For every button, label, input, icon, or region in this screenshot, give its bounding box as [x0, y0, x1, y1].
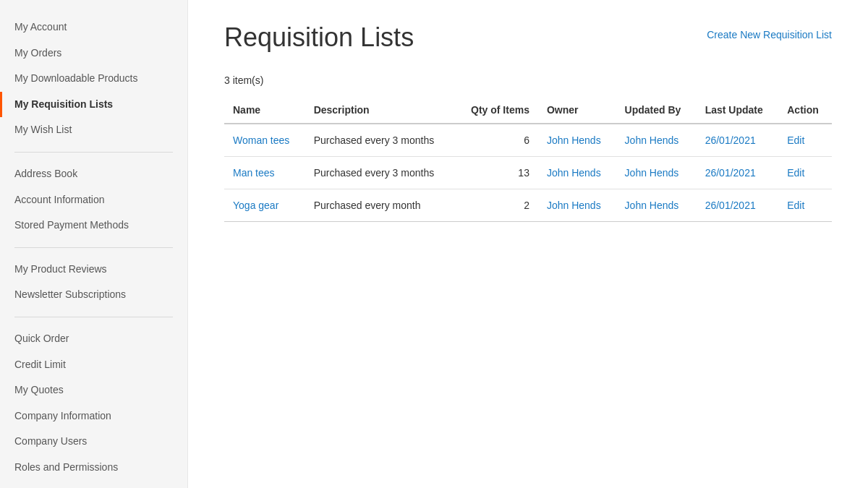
sidebar: My AccountMy OrdersMy Downloadable Produ…: [0, 0, 188, 488]
cell-last_update-0: 26/01/2021: [697, 124, 779, 157]
sidebar-divider: [14, 317, 173, 317]
cell-action-2[interactable]: Edit: [778, 189, 832, 222]
cell-qty-0: 6: [455, 124, 537, 157]
sidebar-divider: [14, 247, 173, 248]
cell-description-0: Purchased every 3 months: [305, 124, 456, 157]
requisition-table: NameDescriptionQty of ItemsOwnerUpdated …: [224, 97, 832, 222]
cell-updated_by-1: John Hends: [616, 157, 697, 189]
table-row: Woman teesPurchased every 3 months6John …: [224, 124, 832, 157]
cell-updated_by-2: John Hends: [616, 189, 697, 222]
page-header: Requisition Lists Create New Requisition…: [224, 22, 832, 53]
col-header-action: Action: [778, 97, 832, 124]
page-layout: My AccountMy OrdersMy Downloadable Produ…: [0, 0, 868, 488]
sidebar-item-my-wish-list[interactable]: My Wish List: [0, 117, 187, 143]
sidebar-item-my-product-reviews[interactable]: My Product Reviews: [0, 257, 187, 283]
cell-name-0[interactable]: Woman tees: [224, 124, 305, 157]
cell-owner-2: John Hends: [538, 189, 616, 222]
cell-name-2[interactable]: Yoga gear: [224, 189, 305, 222]
sidebar-item-my-orders[interactable]: My Orders: [0, 40, 187, 67]
sidebar-item-my-downloadable-products[interactable]: My Downloadable Products: [0, 66, 187, 92]
sidebar-item-account-information[interactable]: Account Information: [0, 187, 187, 213]
sidebar-item-credit-limit[interactable]: Credit Limit: [0, 352, 187, 378]
table-head: NameDescriptionQty of ItemsOwnerUpdated …: [224, 97, 832, 124]
col-header-last_update: Last Update: [697, 97, 779, 124]
cell-last_update-1: 26/01/2021: [697, 157, 779, 189]
cell-action-0[interactable]: Edit: [778, 124, 832, 157]
sidebar-item-my-requisition-lists[interactable]: My Requisition Lists: [0, 92, 187, 118]
sidebar-divider: [14, 152, 173, 153]
cell-owner-1: John Hends: [538, 157, 616, 189]
cell-owner-0: John Hends: [538, 124, 616, 157]
page-title: Requisition Lists: [224, 22, 414, 53]
main-content: Requisition Lists Create New Requisition…: [188, 0, 868, 488]
cell-qty-1: 13: [455, 157, 537, 189]
cell-qty-2: 2: [455, 189, 537, 222]
table-body: Woman teesPurchased every 3 months6John …: [224, 124, 832, 222]
table-row: Yoga gearPurchased every month2John Hend…: [224, 189, 832, 222]
sidebar-item-stored-payment-methods[interactable]: Stored Payment Methods: [0, 213, 187, 239]
sidebar-item-my-quotes[interactable]: My Quotes: [0, 377, 187, 403]
sidebar-item-address-book[interactable]: Address Book: [0, 161, 187, 187]
cell-updated_by-0: John Hends: [616, 124, 697, 157]
col-header-updated_by: Updated By: [616, 97, 697, 124]
sidebar-item-quick-order[interactable]: Quick Order: [0, 326, 187, 352]
item-count: 3 item(s): [224, 74, 832, 86]
col-header-description: Description: [305, 97, 456, 124]
cell-action-1[interactable]: Edit: [778, 157, 832, 189]
table-header-row: NameDescriptionQty of ItemsOwnerUpdated …: [224, 97, 832, 124]
cell-name-1[interactable]: Man tees: [224, 157, 305, 189]
table-row: Man teesPurchased every 3 months13John H…: [224, 157, 832, 189]
sidebar-item-roles-and-permissions[interactable]: Roles and Permissions: [0, 455, 187, 481]
col-header-name: Name: [224, 97, 305, 124]
sidebar-item-my-account[interactable]: My Account: [0, 14, 187, 40]
col-header-owner: Owner: [538, 97, 616, 124]
create-new-requisition-link[interactable]: Create New Requisition List: [707, 22, 832, 40]
cell-description-2: Purchased every month: [305, 189, 456, 222]
col-header-qty: Qty of Items: [455, 97, 537, 124]
cell-last_update-2: 26/01/2021: [697, 189, 779, 222]
sidebar-item-company-users[interactable]: Company Users: [0, 429, 187, 455]
cell-description-1: Purchased every 3 months: [305, 157, 456, 189]
sidebar-item-newsletter-subscriptions[interactable]: Newsletter Subscriptions: [0, 282, 187, 308]
sidebar-item-company-information[interactable]: Company Information: [0, 403, 187, 429]
